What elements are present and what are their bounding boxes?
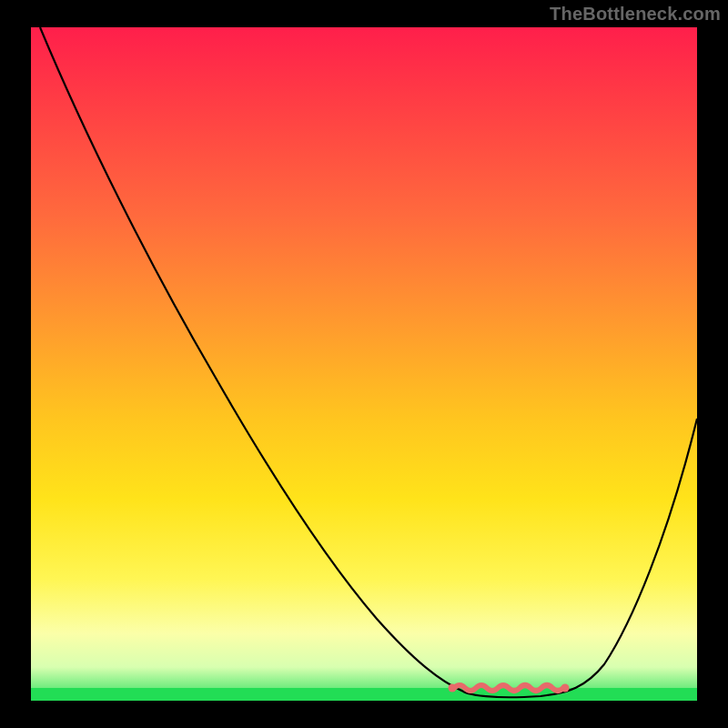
plot-area — [31, 27, 697, 701]
bottleneck-curve-path — [40, 27, 697, 697]
curve-svg — [31, 27, 697, 701]
chart-frame: TheBottleneck.com — [0, 0, 728, 728]
marker-cap-left — [449, 684, 457, 693]
optimal-range-marker-path — [454, 685, 563, 691]
watermark-text: TheBottleneck.com — [550, 4, 721, 25]
marker-cap-right — [561, 684, 570, 693]
